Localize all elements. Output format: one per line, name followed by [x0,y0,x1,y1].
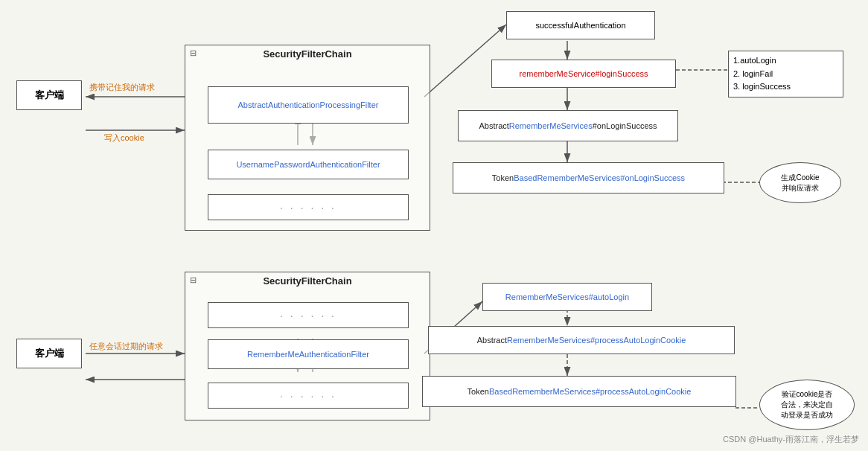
abstract-remember-me-process-auto-login-cookie-box: AbstractRememberMeServices#processAutoLo… [428,326,735,354]
username-password-filter-box: UsernamePasswordAuthenticationFilter [208,150,409,179]
abstract-auth-processing-filter-box: AbstractAuthenticationProcessingFilter [208,86,409,124]
security-filter-chain-frame-top: ⊟ SecurityFilterChain AbstractAuthentica… [185,45,430,231]
frame-title-top: SecurityFilterChain [263,48,351,60]
dots-row-top: · · · · · · [208,194,409,220]
security-filter-chain-frame-bottom: ⊟ SecurityFilterChain · · · · · · Rememb… [185,272,430,420]
remember-me-services-auto-login-box: RememberMeServices#autoLogin [482,283,652,311]
token-based-remember-me-process-auto-login-cookie-box: TokenBasedRememberMeServices#processAuto… [422,376,736,407]
client-box-bottom: 客户端 [16,339,82,368]
token-based-remember-me-on-login-success-box: TokenBasedRememberMeServices#onLoginSucc… [453,162,724,193]
remember-me-service-login-success-box: rememberMeService#loginSuccess [491,60,676,88]
dots-row-bottom-2: · · · · · · [208,383,409,409]
note-box-top: 1.autoLogin 2. loginFail 3. loginSuccess [728,51,843,97]
ellipse-verify-cookie: 验证cookie是否合法，来决定自动登录是否成功 [759,380,855,430]
abstract-remember-me-on-login-success-box: AbstractRememberMeServices#onLoginSucces… [458,110,678,141]
ellipse-generate-cookie: 生成Cookie并响应请求 [759,162,841,203]
remember-me-auth-filter-box: RememberMeAuthenticationFilter [208,339,409,369]
note-line-1: 1.autoLogin [733,54,838,68]
arrow-label-write-cookie: 写入cookie [104,132,144,144]
arrow-label-carry-cookie: 携带记住我的请求 [89,82,155,93]
arrow-label-session-expired: 任意会话过期的请求 [89,341,163,352]
frame-icon-top: ⊟ [190,48,197,58]
client-box-top: 客户端 [16,80,82,110]
diagram-container: 客户端 携带记住我的请求 写入cookie ⊟ SecurityFilterCh… [0,0,868,451]
dots-row-bottom-1: · · · · · · [208,302,409,328]
note-line-2: 2. loginFail [733,68,838,81]
watermark: CSDN @Huathy-雨落江南，浮生若梦 [723,434,859,445]
successful-authentication-box: successfulAuthentication [506,11,655,39]
note-line-3: 3. loginSuccess [733,80,838,94]
frame-icon-bottom: ⊟ [190,275,197,285]
frame-title-bottom: SecurityFilterChain [263,275,351,287]
